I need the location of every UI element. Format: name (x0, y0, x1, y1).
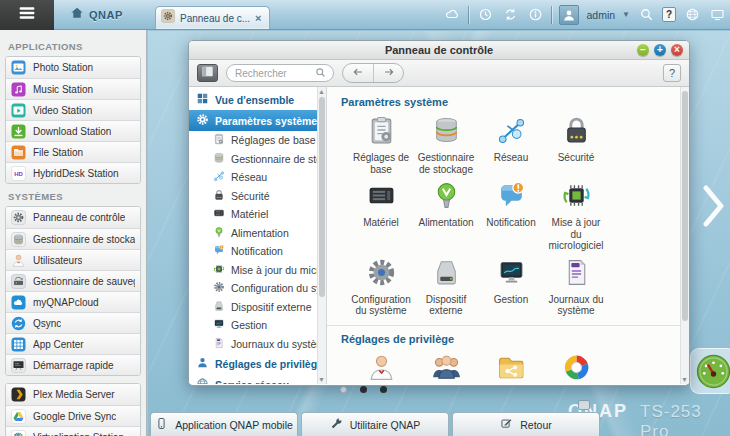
scroll-up-icon[interactable]: ▲ (318, 88, 325, 95)
sidebar-item-hybriddesk-station[interactable]: HDHybridDesk Station (6, 162, 140, 183)
tile-mise-a-jour-du-micrologiciel[interactable]: Mise à jour du micrologiciel (544, 177, 608, 254)
sidebar-toggle-button[interactable] (197, 64, 218, 82)
taskbar-button-retour[interactable]: Retour (452, 412, 600, 436)
sidebar-item-panneau-de-controle[interactable]: Panneau de contrôle (6, 207, 140, 228)
nav-item-reseau[interactable]: Réseau (189, 168, 326, 187)
tile-securite[interactable]: Sécurité (544, 112, 608, 177)
scroll-down-icon[interactable]: ▼ (318, 376, 325, 383)
nav-item-alimentation[interactable]: Alimentation (189, 224, 326, 243)
sidebar-item-plex-media-server[interactable]: Plex Media Server (6, 384, 140, 405)
nav-item-materiel[interactable]: Matériel (189, 205, 326, 224)
sidebar-item-demarrage-rapide[interactable]: Démarrage rapide (6, 354, 140, 375)
sidebar-item-qsync[interactable]: Qsync (6, 312, 140, 333)
sidebar-item-google-drive-sync[interactable]: Google Drive Sync (6, 405, 140, 426)
nav-item-securite[interactable]: Sécurité (189, 187, 326, 206)
dashboard-gauge-icon[interactable] (690, 348, 730, 394)
nav-item-label: Dispositif externe (231, 301, 312, 313)
sidebar-item-download-station[interactable]: Download Station (6, 120, 140, 141)
tab-panneau-de-controle[interactable]: Panneau de c... × (155, 6, 270, 29)
nav-item-reglages-de-base[interactable]: Réglages de base (189, 131, 326, 150)
tab-close-icon[interactable]: × (255, 13, 261, 23)
nav-item-reglages-de-privilege[interactable]: Réglages de privilège (189, 353, 326, 374)
tile-configuration-du-systeme[interactable]: Configuration du système (349, 254, 413, 319)
window-titlebar[interactable]: Panneau de contrôle − + × (189, 41, 689, 60)
nav-scrollbar[interactable]: ▲ ▼ (317, 87, 326, 384)
page-dot-3[interactable] (380, 386, 387, 393)
page-dot-1[interactable] (340, 386, 347, 393)
monitor-icon[interactable] (708, 6, 726, 24)
tile-dispositif-externe[interactable]: Dispositif externe (414, 254, 478, 319)
scroll-down-icon[interactable]: ▼ (681, 376, 688, 383)
next-page-chevron-icon[interactable] (698, 183, 728, 229)
brand-home[interactable]: QNAP (70, 6, 123, 24)
nav-item-configuration-du-sys[interactable]: Configuration du sys... (189, 279, 326, 298)
sidebar-item-gestionnaire-de-sauveg[interactable]: Gestionnaire de sauveg... (6, 270, 140, 291)
main-menu-button[interactable] (0, 0, 54, 30)
nav-item-vue-d-ensemble[interactable]: Vue d'ensemble (189, 89, 326, 110)
chevron-down-icon[interactable]: ▼ (622, 10, 630, 19)
globe-icon[interactable] (683, 6, 701, 24)
user-menu[interactable]: admin (586, 9, 615, 21)
privilege-icon (196, 356, 209, 371)
tile-notification[interactable]: Notification (479, 177, 543, 254)
nav-item-notification[interactable]: Notification (189, 242, 326, 261)
sidebar-item-music-station[interactable]: Music Station (6, 78, 140, 99)
minimized-window-icon[interactable] (578, 400, 590, 410)
nav-item-gestion[interactable]: Gestion (189, 316, 326, 335)
scrollbar-thumb[interactable] (682, 91, 688, 321)
firmware-icon (561, 197, 592, 214)
minimize-button[interactable]: − (637, 44, 649, 56)
window-help-button[interactable]: ? (663, 64, 681, 82)
nav-item-service-reseau[interactable]: Service réseau (189, 374, 326, 384)
sidebar-item-gestionnaire-de-stockage[interactable]: Gestionnaire de stockage (6, 228, 140, 249)
help-badge-icon[interactable]: ? (662, 7, 676, 22)
nav-item-dispositif-externe[interactable]: Dispositif externe (189, 298, 326, 317)
sync-icon[interactable] (501, 6, 519, 24)
forward-button[interactable] (373, 64, 403, 82)
taskbar-button-utilitaire-qnap[interactable]: Utilitaire QNAP (301, 412, 449, 436)
tile-gestionnaire-de-stockage[interactable]: Gestionnaire de stockage (414, 112, 478, 177)
taskbar-button-label: Application QNAP mobile (175, 419, 293, 431)
tile-reseau[interactable]: Réseau (479, 112, 543, 177)
management-icon (213, 318, 225, 332)
sidebar-item-photo-station[interactable]: Photo Station (6, 57, 140, 78)
basic-settings-icon (366, 132, 397, 149)
maximize-button[interactable]: + (654, 44, 666, 56)
sidebar-item-file-station[interactable]: File Station (6, 141, 140, 162)
nav-item-label: Mise à jour du microl... (231, 264, 327, 276)
info-icon[interactable] (526, 6, 544, 24)
avatar[interactable] (559, 5, 579, 25)
sidebar-item-app-center[interactable]: App Center (6, 333, 140, 354)
nav-item-journaux-du-systeme[interactable]: Journaux du système (189, 335, 326, 354)
scrollbar-thumb[interactable] (319, 97, 325, 297)
taskbar-button-application-qnap-mobile[interactable]: Application QNAP mobile (150, 412, 298, 436)
system-logs-icon (561, 274, 592, 291)
tile-utilisateurs[interactable]: Utilisateurs (349, 349, 413, 385)
cloud-icon[interactable] (443, 6, 461, 24)
tile-quota[interactable]: Quota (544, 349, 608, 385)
tile-alimentation[interactable]: Alimentation (414, 177, 478, 254)
search-input[interactable] (235, 68, 315, 79)
tile-groupes-d-utilisateurs[interactable]: Groupes d'utilisateurs (414, 349, 478, 385)
sidebar-item-virtualization-station[interactable]: Virtualization Station (6, 426, 140, 436)
sidebar-item-myqnapcloud[interactable]: myQNAPcloud (6, 291, 140, 312)
search-icon[interactable] (637, 6, 655, 24)
back-button[interactable] (343, 64, 373, 82)
tile-gestion[interactable]: Gestion (479, 254, 543, 319)
nav-item-mise-a-jour-du-microl[interactable]: Mise à jour du microl... (189, 261, 326, 280)
content-scrollbar[interactable]: ▼ (680, 87, 689, 384)
sidebar-item-label: Gestionnaire de sauveg... (33, 276, 135, 287)
system-logs-icon (213, 337, 225, 351)
tile-reglages-de-base[interactable]: Réglages de base (349, 112, 413, 177)
tile-journaux-du-systeme[interactable]: Journaux du système (544, 254, 608, 319)
tile-materiel[interactable]: Matériel (349, 177, 413, 254)
nav-item-gestionnaire-de-stoc[interactable]: Gestionnaire de stoc... (189, 150, 326, 169)
nav-item-parametres-systeme[interactable]: Paramètres système (189, 110, 326, 131)
clock-icon[interactable] (476, 6, 494, 24)
sidebar-item-video-station[interactable]: Video Station (6, 99, 140, 120)
close-button[interactable]: × (671, 44, 683, 56)
tile-dossiers-partages[interactable]: Dossiers partagés (479, 349, 543, 385)
tile-grid: UtilisateursGroupes d'utilisateursDossie… (349, 349, 675, 385)
sidebar-item-utilisateurs[interactable]: Utilisateurs (6, 249, 140, 270)
page-dot-2[interactable] (360, 386, 367, 393)
